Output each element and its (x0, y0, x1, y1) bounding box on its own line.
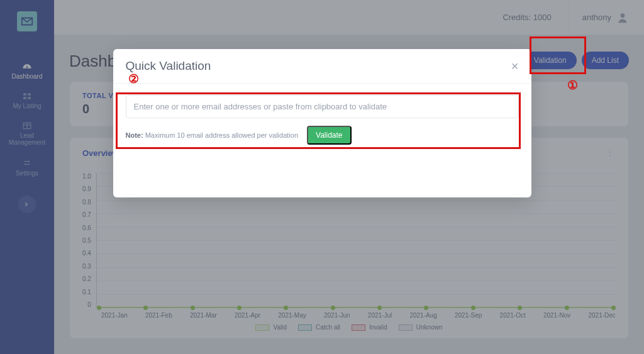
note-row: Note: Maximum 10 email address allowed p… (126, 126, 519, 145)
email-input[interactable] (126, 95, 519, 118)
note-text: Note: Maximum 10 email address allowed p… (126, 131, 299, 139)
quick-validation-modal: Quick Validation × Note: Maximum 10 emai… (113, 49, 531, 197)
modal-overlay[interactable]: Quick Validation × Note: Maximum 10 emai… (0, 0, 644, 354)
annotation-label-2: ② (128, 72, 139, 86)
modal-close-button[interactable]: × (511, 60, 519, 72)
modal-title: Quick Validation (126, 59, 211, 73)
modal-body: Note: Maximum 10 email address allowed p… (113, 84, 531, 197)
modal-header: Quick Validation × (113, 49, 531, 84)
annotation-label-1: ① (567, 78, 578, 92)
close-icon: × (511, 59, 519, 73)
validate-button[interactable]: Validate (307, 126, 351, 145)
